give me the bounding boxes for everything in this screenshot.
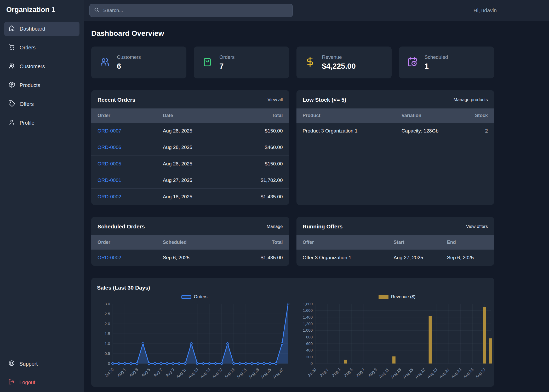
- svg-text:3.0: 3.0: [105, 302, 110, 306]
- recent-orders-panel: Recent Orders View all OrderDateTotalORD…: [91, 90, 289, 205]
- svg-text:0: 0: [108, 361, 110, 366]
- svg-text:Aug 3: Aug 3: [331, 367, 341, 378]
- dollar-icon: [305, 57, 315, 68]
- panels-row-2: Scheduled Orders Manage OrderScheduledTo…: [91, 217, 494, 266]
- sidebar-item-label: Logout: [19, 379, 35, 385]
- order-link[interactable]: ORD-0002: [98, 255, 121, 260]
- table-row: ORD-0006Aug 28, 2025$460.00: [91, 139, 289, 156]
- home-icon: [8, 25, 15, 33]
- table-cell: ORD-0002: [91, 189, 157, 205]
- svg-text:400: 400: [306, 348, 313, 352]
- sidebar-spacer: [4, 135, 79, 353]
- sidebar-item-label: Products: [20, 82, 40, 88]
- svg-text:Aug 15: Aug 15: [402, 367, 414, 379]
- sidebar-item-profile[interactable]: Profile: [4, 116, 79, 130]
- svg-text:Aug 17: Aug 17: [414, 367, 426, 379]
- stat-value: 6: [117, 62, 141, 71]
- svg-text:2.5: 2.5: [105, 312, 110, 316]
- recent-orders-table: OrderDateTotalORD-0007Aug 28, 2025$150.0…: [91, 108, 289, 205]
- stat-card-revenue: Revenue $4,225.00: [296, 47, 392, 78]
- table-cell: $460.00: [236, 139, 289, 156]
- column-header: Stock: [462, 108, 494, 123]
- table-cell: ORD-0002: [91, 250, 157, 266]
- sidebar-item-customers[interactable]: Customers: [4, 59, 79, 74]
- sales-title: Sales (Last 30 Days): [97, 285, 488, 291]
- column-header: Scheduled: [157, 235, 236, 250]
- order-link[interactable]: ORD-0001: [98, 177, 121, 183]
- column-header: Date: [157, 108, 236, 123]
- sidebar-footer: Support Logout: [4, 353, 79, 389]
- revenue-legend-swatch: [379, 295, 388, 299]
- table-cell: Offer 3 Organization 1: [296, 250, 387, 266]
- svg-text:Aug 19: Aug 19: [426, 367, 438, 379]
- svg-text:Aug 13: Aug 13: [187, 367, 199, 379]
- order-link[interactable]: ORD-0006: [98, 145, 121, 150]
- sidebar-item-label: Profile: [20, 120, 35, 126]
- table-row: ORD-0005Aug 28, 2025$150.00: [91, 156, 289, 172]
- svg-text:Aug 15: Aug 15: [199, 367, 211, 379]
- table-cell: Aug 18, 2025: [157, 189, 236, 205]
- svg-text:Aug 27: Aug 27: [474, 367, 487, 379]
- sidebar-item-offers[interactable]: Offers: [4, 97, 79, 111]
- shopping-cart-icon: [8, 44, 15, 52]
- svg-text:600: 600: [306, 341, 313, 346]
- topbar: Hi, udavin: [84, 0, 549, 21]
- svg-text:Aug 5: Aug 5: [140, 367, 151, 378]
- users-icon: [8, 62, 15, 71]
- sidebar-item-label: Support: [19, 361, 38, 367]
- orders-line-chart: 00.51.01.52.02.53.0Jul 30Aug 1Aug 3Aug 5…: [97, 301, 292, 383]
- table-cell: Capacity: 128Gb: [395, 123, 462, 139]
- table-row: Product 3 Organization 1Capacity: 128Gb2: [296, 123, 494, 139]
- sidebar-item-logout[interactable]: Logout: [4, 375, 79, 389]
- svg-text:Aug 7: Aug 7: [355, 367, 365, 378]
- svg-text:Aug 7: Aug 7: [152, 367, 163, 378]
- revenue-legend-label: Revenue ($): [391, 294, 416, 299]
- order-link[interactable]: ORD-0005: [98, 161, 121, 166]
- sidebar-item-orders[interactable]: Orders: [4, 41, 79, 55]
- manage-link[interactable]: Manage: [267, 224, 283, 229]
- column-header: Variation: [395, 108, 462, 123]
- orders-legend-label: Orders: [194, 294, 208, 299]
- view-offers-link[interactable]: View offers: [466, 224, 488, 229]
- svg-text:800: 800: [306, 335, 313, 339]
- column-header: Total: [236, 235, 289, 250]
- main-content: Dashboard Overview Customers 6 Orders 7: [84, 21, 549, 392]
- svg-text:1.0: 1.0: [105, 341, 110, 346]
- svg-text:Aug 25: Aug 25: [260, 367, 272, 379]
- panel-title: Low Stock (<= 5): [303, 97, 346, 103]
- stat-label: Customers: [117, 54, 141, 60]
- panel-title: Recent Orders: [98, 97, 135, 103]
- life-buoy-icon: [8, 360, 15, 368]
- column-header: Product: [296, 108, 395, 123]
- order-link[interactable]: ORD-0007: [98, 128, 121, 134]
- svg-text:Aug 1: Aug 1: [116, 367, 127, 378]
- orders-legend-swatch: [181, 295, 191, 299]
- sidebar-item-products[interactable]: Products: [4, 78, 79, 93]
- table-cell: $150.00: [236, 123, 289, 139]
- table-cell: Aug 27, 2025: [387, 250, 441, 266]
- svg-text:Aug 17: Aug 17: [211, 367, 224, 379]
- search-input[interactable]: [103, 7, 288, 14]
- order-link[interactable]: ORD-0002: [98, 194, 121, 199]
- sidebar-item-support[interactable]: Support: [4, 357, 79, 371]
- svg-text:1,000: 1,000: [303, 328, 313, 332]
- column-header: Order: [91, 108, 157, 123]
- manage-products-link[interactable]: Manage products: [454, 97, 488, 102]
- stat-label: Orders: [219, 54, 235, 60]
- table-cell: ORD-0001: [91, 172, 157, 189]
- table-cell: $1,435.00: [236, 189, 289, 205]
- svg-text:Aug 21: Aug 21: [438, 367, 450, 379]
- sidebar-item-dashboard[interactable]: Dashboard: [4, 22, 79, 36]
- search-box[interactable]: [89, 4, 293, 17]
- sidebar-item-label: Customers: [20, 64, 45, 70]
- svg-text:1,200: 1,200: [303, 321, 313, 326]
- svg-text:Aug 25: Aug 25: [462, 367, 474, 379]
- column-header: End: [441, 235, 494, 250]
- page-title: Dashboard Overview: [91, 29, 494, 38]
- view-all-link[interactable]: View all: [267, 97, 283, 102]
- low-stock-table: ProductVariationStockProduct 3 Organizat…: [296, 108, 494, 139]
- org-title: Organization 1: [4, 0, 79, 22]
- stat-value: 7: [219, 62, 235, 71]
- table-cell: Sep 6, 2025: [441, 250, 494, 266]
- running-offers-panel: Running Offers View offers OfferStartEnd…: [296, 217, 494, 266]
